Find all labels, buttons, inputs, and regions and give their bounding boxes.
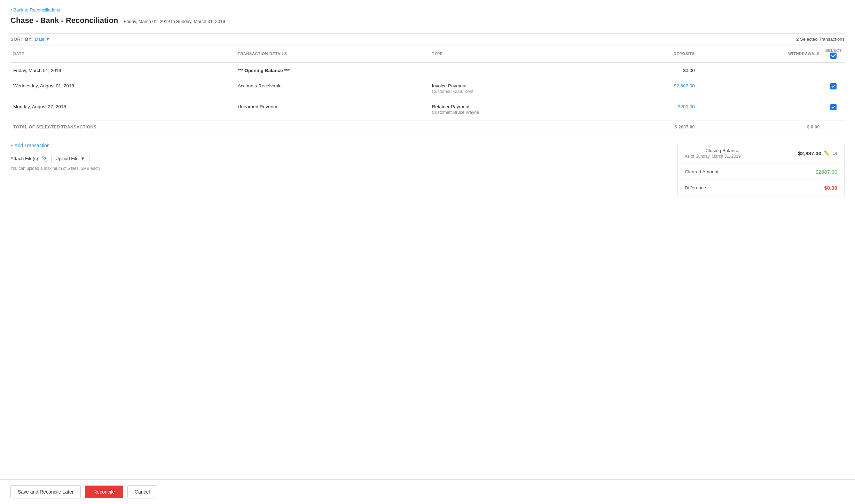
back-to-reconciliations-link[interactable]: ‹ Back to Reconciliations [10, 7, 60, 13]
row-withdrawals [698, 99, 823, 120]
upload-btn-label: Upload File [56, 156, 79, 161]
closing-balance-label-group: Closing Balance: As of Sunday, March 31,… [685, 148, 741, 159]
difference-row: Difference: $0.00 [678, 180, 844, 196]
row-checkbox-cell [823, 63, 845, 78]
sort-dropdown[interactable]: Date ▼ [35, 37, 50, 42]
sort-label: SORT BY: Date ▼ [10, 37, 50, 42]
back-link-label: Back to Reconciliations [13, 7, 60, 13]
row-details: Accounts Receivable [235, 78, 429, 99]
cleared-amount-label: Cleared Amount: [685, 169, 720, 174]
col-deposits: DEPOSITS [607, 45, 697, 63]
sort-by-label: SORT BY: [10, 37, 33, 42]
right-summary: Closing Balance: As of Sunday, March 31,… [677, 143, 845, 196]
col-withdrawals: WITHDRAWALS [698, 45, 823, 63]
difference-label: Difference: [685, 185, 707, 190]
edit-closing-balance-icon[interactable]: ✏️ [824, 151, 830, 156]
row-date: Wednesday, August 01, 2018 [10, 78, 235, 99]
row-details: *** Opening Balance *** [235, 63, 429, 78]
row-checkbox-cell[interactable] [823, 99, 845, 120]
transactions-table: DATE TRANSACTION DETAILS TYPE DEPOSITS W… [10, 45, 845, 134]
row-deposits: $200.00 [607, 99, 697, 120]
reconcile-button[interactable]: Reconcile [85, 486, 123, 498]
closing-balance-value-group: $2,887.00 ✏️ Dr [798, 150, 837, 156]
page-header: Chase - Bank - Reconciliation Friday, Ma… [10, 16, 845, 25]
row-date: Monday, August 27, 2018 [10, 99, 235, 120]
closing-balance-date: As of Sunday, March 31, 2019 [685, 154, 741, 159]
col-type: TYPE [429, 45, 607, 63]
difference-value: $0.00 [824, 185, 837, 191]
row-deposits: $0.00 [607, 63, 697, 78]
selected-count: 2 Selected Transactions [796, 37, 845, 42]
row-type [429, 63, 607, 78]
upload-hint: You can upload a maximum of 5 files, 5MB… [10, 166, 667, 171]
table-row: Monday, August 27, 2018 Unearned Revenue… [10, 99, 845, 120]
page-title: Chase - Bank - Reconciliation [10, 16, 118, 25]
row-checkbox-cell[interactable] [823, 78, 845, 99]
upload-file-button[interactable]: Upload File ▼ [51, 154, 90, 163]
cleared-amount-row: Cleared Amount: $2887.00 [678, 164, 844, 180]
add-transaction-link[interactable]: + Add Transaction [10, 143, 49, 148]
row-deposits: $2,687.00 [607, 78, 697, 99]
row-type: Invoice Payment Customer: Clark Kent [429, 78, 607, 99]
sort-bar: SORT BY: Date ▼ 2 Selected Transactions [10, 33, 845, 45]
totals-checkbox-placeholder [823, 120, 845, 134]
row-withdrawals [698, 78, 823, 99]
col-select[interactable]: SELECT [823, 45, 845, 63]
select-all-checkbox[interactable] [830, 53, 837, 59]
totals-withdrawals: $ 0.00 [698, 120, 823, 134]
table-row: Wednesday, August 01, 2018 Accounts Rece… [10, 78, 845, 99]
cancel-button[interactable]: Cancel [127, 485, 157, 498]
totals-row: TOTAL OF SELECTED TRANSACTIONS $ 2887.00… [10, 120, 845, 134]
row-withdrawals [698, 63, 823, 78]
attach-files-row: Attach File(s) 📎 Upload File ▼ [10, 154, 667, 163]
col-date: DATE [10, 45, 235, 63]
footer-bar: Save and Reconcile Later Reconcile Cance… [0, 479, 855, 504]
select-label: SELECT [825, 48, 842, 53]
dropdown-arrow-icon: ▼ [80, 156, 85, 161]
closing-balance-row: Closing Balance: As of Sunday, March 31,… [678, 143, 844, 164]
dr-label: Dr [832, 151, 837, 156]
totals-label: TOTAL OF SELECTED TRANSACTIONS [10, 120, 607, 134]
sort-value-text: Date [35, 37, 44, 42]
row-details: Unearned Revenue [235, 99, 429, 120]
row-checkbox[interactable] [830, 104, 837, 110]
date-range: Friday, March 01, 2019 to Sunday, March … [124, 19, 225, 24]
totals-deposits: $ 2887.00 [607, 120, 697, 134]
save-and-reconcile-later-button[interactable]: Save and Reconcile Later [10, 485, 81, 498]
bottom-section: + Add Transaction Attach File(s) 📎 Uploa… [10, 143, 845, 196]
row-checkbox[interactable] [830, 83, 837, 89]
chevron-left-icon: ‹ [10, 7, 12, 13]
row-type: Retainer Payment Customer: Bruce Wayne [429, 99, 607, 120]
attach-label: Attach File(s) [10, 156, 38, 161]
closing-balance-label: Closing Balance: [685, 148, 741, 153]
row-date: Friday, March 01, 2019 [10, 63, 235, 78]
left-bottom: + Add Transaction Attach File(s) 📎 Uploa… [10, 143, 667, 171]
chevron-down-icon: ▼ [46, 37, 50, 42]
cleared-amount-value: $2887.00 [815, 169, 837, 175]
col-transaction-details: TRANSACTION DETAILS [235, 45, 429, 63]
table-row: Friday, March 01, 2019 *** Opening Balan… [10, 63, 845, 78]
paperclip-icon: 📎 [42, 156, 48, 162]
closing-balance-value: $2,887.00 [798, 150, 822, 156]
